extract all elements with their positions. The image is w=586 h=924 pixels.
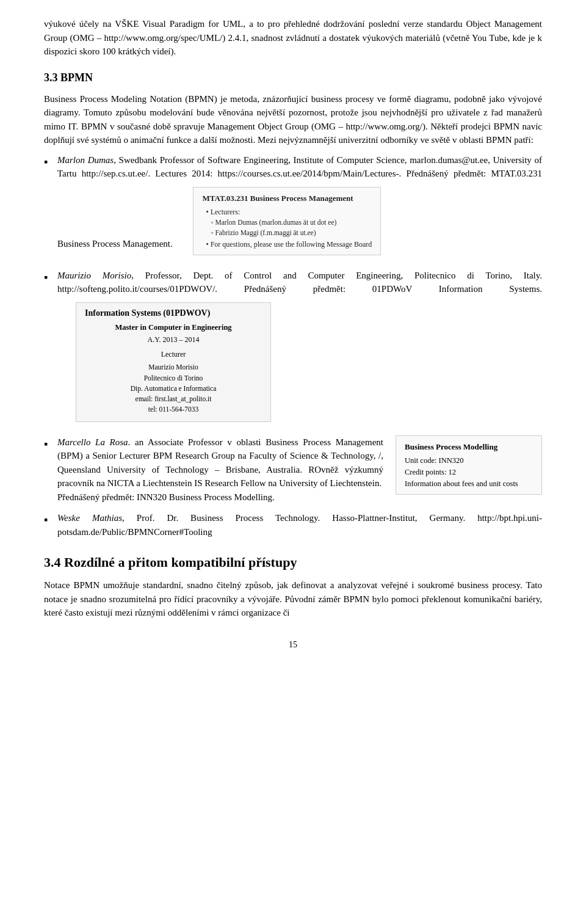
- info-systems-main-title: Information Systems (01PDWOV): [85, 307, 262, 319]
- list-item-marcello: ▪ Business Process Modelling Unit code: …: [44, 435, 542, 504]
- info-systems-person-dept: Dip. Automatica e Informatica: [85, 384, 262, 394]
- final-paragraph: Notace BPMN umožňuje standardní, snadno …: [44, 578, 542, 620]
- info-systems-sub-title: Master in Computer in Engineering: [85, 322, 262, 333]
- info-systems-person-name: Maurizio Morisio: [85, 362, 262, 373]
- info-systems-year: A.Y. 2013 – 2014: [85, 334, 262, 345]
- info-systems-person-tel: tel: 011-564-7033: [85, 404, 262, 415]
- marcello-name: Marcello La Rosa: [57, 437, 128, 447]
- mtat-box: MTAT.03.231 Business Process Management …: [193, 187, 381, 255]
- mtat-questions: • For questions, please use the followin…: [206, 239, 372, 250]
- bpm-box-credit: Credit points: 12: [405, 467, 533, 478]
- maurizio-name: Maurizio Morisio: [57, 271, 131, 280]
- mtat-lecturers-label: • Lecturers:: [206, 206, 372, 217]
- bullet-icon-4: ▪: [44, 512, 57, 528]
- mtat-lecturer1: ◦ Marlon Dumas (marlon.dumas ät ut dot e…: [211, 217, 372, 228]
- intro-paragraph: výukové účely na VŠKE Visual Paradigm fo…: [44, 17, 542, 59]
- mtat-lecturer2: ◦ Fabrizio Maggi (f.m.maggi ät ut.ee): [211, 228, 372, 238]
- section-33-heading: 3.3 BPMN: [44, 70, 542, 86]
- bullet-text-4: Weske Mathias, Prof. Dr. Business Proces…: [57, 511, 542, 539]
- bpm-box-info: Information about fees and unit costs: [405, 478, 533, 490]
- section-33-para: Business Process Modeling Notation (BPMN…: [44, 92, 542, 147]
- bullet-icon-1: ▪: [44, 154, 57, 170]
- info-systems-box: Information Systems (01PDWOV) Master in …: [76, 302, 271, 422]
- bullet-icon-2: ▪: [44, 269, 57, 286]
- experts-list: ▪ Marlon Dumas, Swedbank Professor of So…: [44, 153, 542, 539]
- mtat-title: MTAT.03.231 Business Process Management: [202, 192, 372, 205]
- bpm-box: Business Process Modelling Unit code: IN…: [396, 435, 542, 495]
- info-systems-person-email: email: first.last_at_polito.it: [85, 394, 262, 404]
- weske-rest: , Prof. Dr. Business Process Technology.…: [57, 513, 542, 537]
- info-systems-label: Lecturer: [85, 349, 262, 360]
- page-content: výukové účely na VŠKE Visual Paradigm fo…: [44, 17, 542, 651]
- marlon-name: Marlon Dumas: [57, 155, 114, 165]
- bullet-text-2: Maurizio Morisio, Professor, Dept. of Co…: [57, 269, 542, 428]
- list-item-maurizio: ▪ Maurizio Morisio, Professor, Dept. of …: [44, 269, 542, 428]
- list-item-marlon: ▪ Marlon Dumas, Swedbank Professor of So…: [44, 153, 542, 261]
- bullet-icon-3: ▪: [44, 436, 57, 453]
- bullet-text-3: Business Process Modelling Unit code: IN…: [57, 435, 542, 504]
- predmet-inn: Přednášený předmět: INN320 Business Proc…: [57, 492, 275, 502]
- bpm-box-unit: Unit code: INN320: [405, 455, 533, 467]
- bullet-text-1: Marlon Dumas, Swedbank Professor of Soft…: [57, 153, 542, 261]
- bpm-box-title: Business Process Modelling: [405, 441, 533, 453]
- section-34-heading: 3.4 Rozdílné a přitom kompatibilní příst…: [44, 552, 542, 572]
- list-item-weske: ▪ Weske Mathias, Prof. Dr. Business Proc…: [44, 511, 542, 539]
- info-systems-person-org: Politecnico di Torino: [85, 373, 262, 384]
- page-number: 15: [44, 638, 542, 651]
- weske-name: Weske Mathias: [57, 513, 122, 523]
